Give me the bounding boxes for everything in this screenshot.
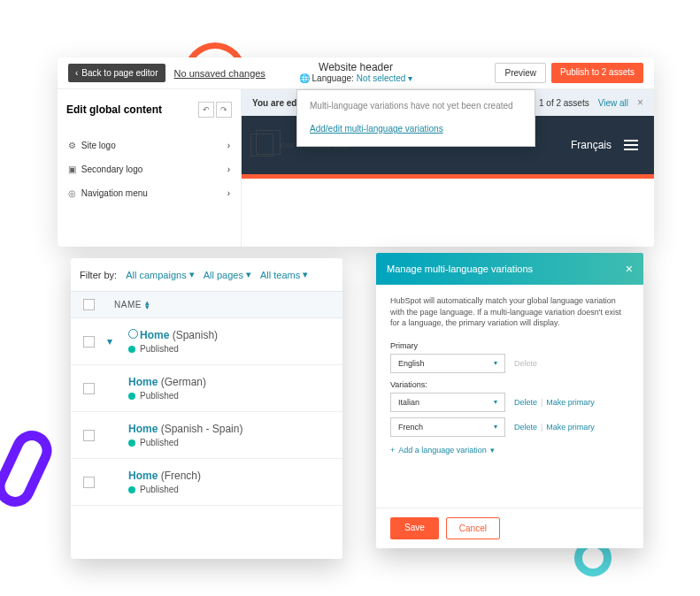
sidebar-title: Edit global content (66, 103, 162, 116)
page-title: Website header (299, 61, 413, 73)
delete-disabled: Delete (514, 359, 537, 368)
save-button[interactable]: Save (390, 517, 439, 539)
page-name: Home (128, 423, 158, 435)
filter-pages[interactable]: All pages ▾ (204, 269, 251, 280)
redo-button[interactable]: ↷ (216, 102, 232, 118)
make-primary-link[interactable]: Make primary (546, 398, 595, 407)
table-row[interactable]: ▾ Home (Spanish) Published (71, 318, 342, 365)
asset-count: 1 of 2 assets (539, 98, 589, 108)
filter-label: Filter by: (80, 270, 117, 280)
back-to-editor-button[interactable]: ‹ Back to page editor (68, 64, 165, 82)
sidebar-item-label: Navigation menu (81, 188, 148, 198)
status-text: Published (140, 344, 179, 354)
page-name: Home (128, 470, 158, 482)
target-icon: ◎ (68, 188, 79, 198)
delete-link[interactable]: Delete (514, 423, 537, 432)
global-content-editor: ‹ Back to page editor No unsaved changes… (58, 57, 654, 247)
name-column-header[interactable]: NAME ▴▾ (114, 300, 150, 309)
accent-strip (242, 174, 654, 179)
decorative-pill (0, 424, 58, 514)
chevron-down-icon: ▾ (494, 423, 497, 431)
sidebar-item-label: Secondary logo (81, 164, 143, 174)
back-label: Back to page editor (81, 68, 158, 78)
status-dot-icon (128, 346, 135, 353)
add-variation-link[interactable]: + Add a language variation ▾ (390, 446, 629, 455)
globe-icon (128, 329, 138, 339)
page-name: Home (128, 376, 158, 388)
manage-variations-modal: Manage multi-language variations × HubSp… (376, 253, 643, 548)
row-checkbox[interactable] (83, 477, 95, 488)
unsaved-changes-link[interactable]: No unsaved changes (174, 68, 265, 79)
language-label: Language: (312, 73, 354, 83)
chevron-right-icon: › (227, 164, 230, 174)
row-checkbox[interactable] (83, 430, 95, 441)
status-text: Published (140, 438, 179, 447)
close-icon[interactable]: × (626, 262, 633, 276)
add-edit-variations-link[interactable]: Add/edit multi-language variations (310, 124, 443, 134)
chevron-down-icon: ▾ (490, 446, 495, 455)
cancel-button[interactable]: Cancel (446, 517, 500, 539)
language-popover: Multi-language variations have not yet b… (296, 89, 535, 147)
status-dot-icon (128, 439, 135, 447)
hamburger-icon[interactable] (624, 140, 638, 150)
page-language: (Spanish - Spain) (161, 423, 243, 435)
page-language: (German) (161, 376, 206, 388)
publish-button[interactable]: Publish to 2 assets (551, 63, 643, 83)
modal-header: Manage multi-language variations × (376, 253, 643, 285)
sidebar-item-label: Site logo (81, 141, 116, 150)
row-checkbox[interactable] (83, 383, 95, 394)
status-text: Published (140, 485, 179, 494)
globe-icon: 🌐 (299, 73, 310, 83)
filter-teams[interactable]: All teams ▾ (260, 269, 308, 280)
chevron-down-icon: ▾ (303, 269, 308, 280)
sidebar: Edit global content ↶ ↷ ⚙ Site logo › ▣ … (58, 89, 242, 247)
page-language: (Spanish) (173, 329, 218, 341)
pages-list-card: Filter by: All campaigns ▾ All pages ▾ A… (71, 258, 342, 559)
language-switch[interactable]: Français (571, 139, 612, 151)
chevron-down-icon: ▾ (408, 73, 412, 83)
notice-text-left: You are edi (252, 98, 299, 108)
sidebar-item-navigation-menu[interactable]: ◎ Navigation menu › (66, 181, 232, 205)
table-row[interactable]: Home (German) Published (71, 365, 342, 412)
chevron-right-icon: › (227, 141, 230, 150)
variations-label: Variations: (390, 380, 629, 389)
language-selector[interactable]: 🌐 Language: Not selected ▾ (299, 73, 413, 83)
modal-title: Manage multi-language variations (387, 264, 533, 274)
modal-description: HubSpot will automatically match your gl… (390, 295, 629, 329)
select-all-checkbox[interactable] (83, 299, 95, 310)
chevron-left-icon: ‹ (75, 68, 78, 78)
chevron-down-icon: ▾ (494, 398, 497, 406)
language-value: Not selected (357, 73, 406, 83)
page-language: (French) (161, 470, 201, 482)
plus-icon: + (390, 446, 395, 455)
chevron-right-icon: › (227, 188, 230, 198)
modal-footer: Save Cancel (376, 508, 643, 548)
expand-icon[interactable]: ▾ (107, 335, 116, 348)
sort-icon: ▴▾ (145, 301, 150, 309)
chevron-down-icon: ▾ (494, 359, 497, 367)
editor-topbar: ‹ Back to page editor No unsaved changes… (58, 57, 654, 89)
view-all-link[interactable]: View all (598, 98, 628, 108)
chevron-down-icon: ▾ (246, 269, 251, 280)
page-name: Home (140, 329, 169, 341)
cube-icon (250, 134, 273, 157)
sidebar-item-site-logo[interactable]: ⚙ Site logo › (66, 134, 232, 157)
variation-select[interactable]: French▾ (390, 417, 505, 437)
close-icon[interactable]: × (637, 96, 643, 109)
filter-bar: Filter by: All campaigns ▾ All pages ▾ A… (71, 258, 342, 291)
table-row[interactable]: Home (Spanish - Spain) Published (71, 412, 342, 459)
status-dot-icon (128, 393, 135, 400)
row-checkbox[interactable] (83, 336, 95, 348)
gear-icon: ⚙ (68, 141, 79, 150)
image-icon: ▣ (68, 164, 79, 174)
sidebar-item-secondary-logo[interactable]: ▣ Secondary logo › (66, 157, 232, 181)
table-row[interactable]: Home (French) Published (71, 459, 342, 506)
variation-select[interactable]: Italian▾ (390, 393, 505, 412)
status-text: Published (140, 391, 179, 401)
undo-button[interactable]: ↶ (198, 102, 214, 118)
delete-link[interactable]: Delete (514, 398, 537, 407)
filter-campaigns[interactable]: All campaigns ▾ (126, 269, 194, 280)
primary-language-select[interactable]: English▾ (390, 354, 505, 373)
make-primary-link[interactable]: Make primary (546, 423, 595, 432)
preview-button[interactable]: Preview (495, 63, 546, 83)
